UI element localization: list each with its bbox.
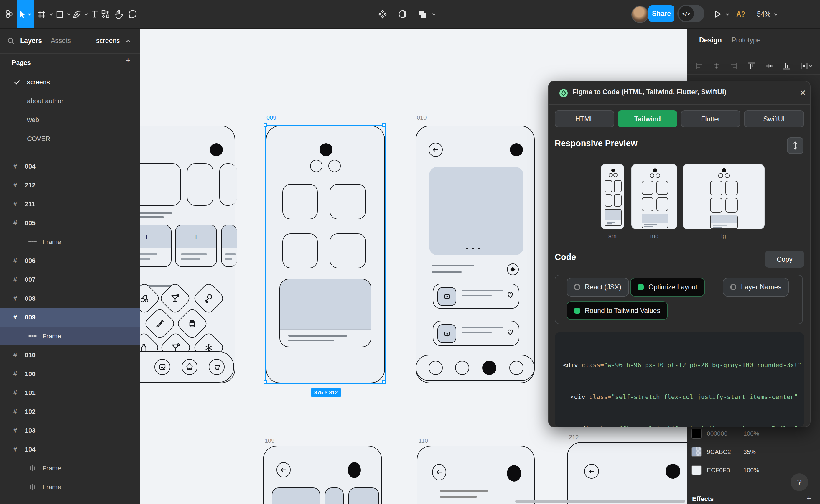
fill-opacity[interactable]: 100% bbox=[743, 466, 759, 473]
fill-hex[interactable]: 9CABC2 bbox=[707, 448, 743, 455]
tab-prototype[interactable]: Prototype bbox=[732, 28, 760, 52]
option-optimize-layout[interactable]: Optimize Layout bbox=[630, 278, 705, 297]
shape-tool-button[interactable] bbox=[53, 0, 66, 28]
zoom-level[interactable]: 54% bbox=[757, 0, 770, 28]
layer-row-frame[interactable]: Frame bbox=[0, 232, 140, 251]
layer-row-005[interactable]: #005 bbox=[0, 213, 140, 232]
tab-tailwind[interactable]: Tailwind bbox=[618, 110, 677, 127]
selection-handle[interactable] bbox=[264, 380, 267, 384]
frame-label-010[interactable]: 010 bbox=[417, 114, 427, 121]
mask-button[interactable] bbox=[395, 0, 410, 28]
fill-hex[interactable]: 000000 bbox=[707, 430, 743, 437]
frame-tool-button[interactable] bbox=[35, 0, 48, 28]
tab-swiftui[interactable]: SwiftUI bbox=[744, 110, 804, 127]
page-switcher[interactable]: screens bbox=[96, 28, 120, 53]
layer-row-103[interactable]: #103 bbox=[0, 421, 140, 440]
layer-row-010[interactable]: #010 bbox=[0, 345, 140, 364]
layer-row-101[interactable]: #101 bbox=[0, 383, 140, 402]
expand-preview-button[interactable] bbox=[787, 137, 803, 154]
code-preview[interactable]: <div class="w-96 h-96 px-10 pt-12 pb-28 … bbox=[555, 332, 804, 427]
pen-tool-button[interactable] bbox=[70, 0, 83, 28]
add-page-button[interactable]: + bbox=[126, 55, 130, 65]
zoom-chevron[interactable] bbox=[772, 0, 779, 28]
phone-frame-010[interactable] bbox=[416, 126, 535, 383]
present-button[interactable] bbox=[711, 0, 724, 28]
fill-row-000000[interactable]: 000000 100% bbox=[691, 427, 815, 440]
horizontal-scrollbar[interactable] bbox=[515, 500, 685, 503]
layer-row-008[interactable]: #008 bbox=[0, 289, 140, 308]
align-right-icon[interactable] bbox=[730, 62, 738, 70]
phone-frame-212[interactable] bbox=[567, 442, 703, 504]
selection-handle[interactable] bbox=[382, 380, 386, 384]
layer-row-007[interactable]: #007 bbox=[0, 270, 140, 289]
option-react-jsx[interactable]: React (JSX) bbox=[567, 278, 629, 297]
avatar[interactable] bbox=[631, 6, 648, 23]
tab-flutter[interactable]: Flutter bbox=[681, 110, 740, 127]
layer-row-frame-h[interactable]: Frame bbox=[0, 459, 140, 477]
layer-row-frame-h[interactable]: Frame bbox=[0, 477, 140, 496]
page-item-about-author[interactable]: about author bbox=[0, 91, 140, 110]
layer-row-104[interactable]: #104 bbox=[0, 440, 140, 459]
color-swatch-black[interactable] bbox=[691, 428, 702, 438]
fill-hex[interactable]: ECF0F3 bbox=[707, 466, 743, 473]
selection-outline[interactable] bbox=[265, 125, 386, 384]
layer-row-004[interactable]: #004 bbox=[0, 157, 140, 176]
align-v-center-icon[interactable] bbox=[765, 62, 773, 70]
present-chevron[interactable] bbox=[724, 0, 731, 28]
share-button[interactable]: Share bbox=[648, 5, 674, 22]
copy-button[interactable]: Copy bbox=[765, 251, 804, 268]
page-item-web[interactable]: web bbox=[0, 110, 140, 129]
layer-row-211[interactable]: #211 bbox=[0, 195, 140, 213]
main-menu-button[interactable] bbox=[2, 0, 15, 28]
selection-handle[interactable] bbox=[264, 123, 267, 127]
phone-frame-109[interactable] bbox=[263, 446, 382, 504]
add-effect-button[interactable]: + bbox=[806, 493, 811, 503]
help-button[interactable]: ? bbox=[791, 473, 808, 491]
layer-row-009-selected[interactable]: #009 bbox=[0, 308, 140, 327]
page-item-screens[interactable]: screens bbox=[0, 73, 140, 91]
layer-row-100[interactable]: #100 bbox=[0, 364, 140, 383]
hand-tool-button[interactable] bbox=[111, 0, 126, 28]
tab-assets[interactable]: Assets bbox=[51, 28, 71, 53]
cart-icon bbox=[213, 363, 220, 371]
align-h-center-icon[interactable] bbox=[712, 62, 721, 70]
align-bottom-icon[interactable] bbox=[783, 62, 791, 70]
preview-card-lg[interactable] bbox=[683, 164, 765, 229]
phone-frame-110[interactable] bbox=[417, 446, 535, 504]
move-tool-button[interactable] bbox=[17, 0, 34, 28]
align-left-icon[interactable] bbox=[695, 62, 703, 70]
tab-layers[interactable]: Layers bbox=[20, 28, 42, 53]
selection-handle[interactable] bbox=[382, 123, 386, 127]
color-swatch-9cabc2[interactable] bbox=[691, 447, 702, 457]
fill-opacity[interactable]: 100% bbox=[743, 430, 759, 437]
boolean-chevron[interactable] bbox=[430, 0, 437, 28]
boolean-union-button[interactable] bbox=[415, 0, 430, 28]
dev-mode-toggle[interactable]: </> bbox=[677, 5, 704, 22]
accessibility-button[interactable]: A? bbox=[736, 0, 745, 28]
preview-card-md[interactable] bbox=[631, 164, 677, 229]
layer-row-212[interactable]: #212 bbox=[0, 176, 140, 195]
fill-row-9cabc2[interactable]: 9CABC2 35% bbox=[691, 445, 815, 458]
close-icon[interactable]: ✕ bbox=[796, 86, 809, 99]
frame-label-109[interactable]: 109 bbox=[265, 437, 274, 444]
layer-row-frame-selected[interactable]: Frame bbox=[0, 327, 140, 345]
frame-label-110[interactable]: 110 bbox=[419, 437, 428, 444]
fill-opacity[interactable]: 35% bbox=[743, 448, 756, 455]
option-layer-names[interactable]: Layer Names bbox=[723, 278, 789, 297]
layer-row-102[interactable]: #102 bbox=[0, 402, 140, 421]
preview-card-sm[interactable] bbox=[601, 164, 624, 229]
search-icon[interactable] bbox=[7, 37, 15, 45]
comment-tool-button[interactable] bbox=[125, 0, 140, 28]
color-swatch-ecf0f3[interactable] bbox=[691, 465, 702, 475]
component-button[interactable] bbox=[375, 0, 390, 28]
page-item-cover[interactable]: COVER bbox=[0, 129, 140, 148]
tab-design[interactable]: Design bbox=[699, 28, 722, 52]
tidy-up-button[interactable] bbox=[800, 62, 813, 70]
frame-label-212[interactable]: 212 bbox=[569, 434, 579, 440]
option-round-tailwind[interactable]: Round to Tailwind Values bbox=[567, 301, 668, 320]
tab-html[interactable]: HTML bbox=[555, 110, 614, 127]
frame-label-009[interactable]: 009 bbox=[266, 114, 276, 121]
layer-row-006[interactable]: #006 bbox=[0, 251, 140, 270]
align-top-icon[interactable] bbox=[747, 62, 756, 70]
chevron-up-icon[interactable] bbox=[126, 39, 131, 44]
